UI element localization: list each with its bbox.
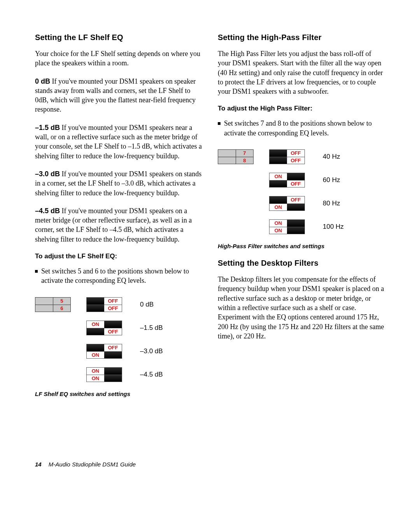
hpf-key-7: 7 (236, 150, 254, 157)
lf-value-3: –4.5 dB (140, 371, 163, 379)
lf-key-6: 6 (53, 305, 71, 312)
lf-sw-0-1: OFF (104, 305, 122, 312)
lf-value-2: –3.0 dB (140, 347, 163, 355)
lf-switch-2: OFF ON (86, 344, 122, 359)
lf-sw-0-0: OFF (104, 298, 122, 305)
lf-caption: LF Shelf EQ switches and settings (35, 391, 202, 397)
lf-item-0-lead: 0 dB (35, 77, 50, 85)
hpf-sw-0-0: OFF (287, 150, 304, 157)
lf-item-2-text: If you've mounted your DSM1 speakers on … (35, 170, 201, 197)
hpf-key-8: 8 (236, 157, 254, 164)
lf-sw-2-1: ON (87, 352, 104, 358)
heading-lf-shelf: Setting the LF Shelf EQ (35, 33, 202, 42)
lf-switch-1: ON OFF (86, 321, 122, 335)
hpf-switch-2: OFF ON (269, 196, 305, 211)
hpf-value-2: 80 Hz (323, 200, 340, 207)
heading-hpf: Setting the High-Pass Filter (218, 33, 385, 42)
lf-sw-1-0: ON (87, 321, 104, 328)
hpf-value-0: 40 Hz (323, 153, 340, 161)
hpf-sw-0-1: OFF (287, 157, 304, 164)
lf-item-0-text: If you've mounted your DSM1 speakers on … (35, 77, 196, 114)
lf-row-0: 5 6 OFF OFF 0 dB (35, 297, 202, 312)
lf-sw-1-1: OFF (104, 328, 122, 335)
hpf-subhead: To adjust the High Pass Filter: (218, 105, 385, 112)
hpf-intro: The High Pass Filter lets you adjust the… (218, 49, 385, 96)
hpf-sw-2-1: ON (270, 204, 287, 210)
hpf-value-1: 60 Hz (323, 176, 340, 184)
lf-value-0: 0 dB (140, 301, 154, 308)
lf-item-2: –3.0 dB If you've mounted your DSM1 spea… (35, 169, 202, 198)
lf-key-5: 5 (53, 298, 71, 305)
lf-sw-3-1: ON (87, 375, 104, 382)
lf-diagram: 5 6 OFF OFF 0 dB ON OFF –1. (35, 297, 202, 382)
lf-item-3: –4.5 dB If you've mounted your DSM1 spea… (35, 206, 202, 244)
lf-switch-key: 5 6 (35, 297, 71, 312)
lf-sw-2-0: OFF (104, 344, 122, 351)
right-column: Setting the High-Pass Filter The High Pa… (218, 33, 385, 407)
page-footer: 14 M-Audio Studiophile DSM1 Guide (35, 407, 385, 468)
lf-item-3-lead: –4.5 dB (35, 207, 60, 215)
lf-item-1-text: If you've mounted your DSM1 speakers nea… (35, 124, 202, 160)
lf-bullet-text: Set switches 5 and 6 to the positions sh… (41, 266, 202, 286)
hpf-sw-1-0: ON (270, 173, 287, 180)
bullet-square-icon (218, 122, 220, 125)
lf-sw-3-0: ON (87, 368, 104, 375)
lf-value-1: –1.5 dB (140, 324, 163, 332)
hpf-switch-0: OFF OFF (269, 149, 305, 164)
hpf-diagram: 7 8 OFF OFF 40 Hz ON OFF 60 Hz (218, 149, 385, 234)
hpf-row-1: ON OFF 60 Hz (218, 173, 385, 188)
footer-title: M-Audio Studiophile DSM1 Guide (49, 461, 136, 468)
lf-row-2: OFF ON –3.0 dB (35, 344, 202, 359)
lf-subhead: To adjust the LF Shelf EQ: (35, 252, 202, 260)
hpf-bullet-text: Set switches 7 and 8 to the positions sh… (224, 119, 385, 138)
hpf-row-0: 7 8 OFF OFF 40 Hz (218, 149, 385, 164)
hpf-row-3: ON ON 100 Hz (218, 219, 385, 234)
hpf-row-2: OFF ON 80 Hz (218, 196, 385, 211)
lf-item-0: 0 dB If you've mounted your DSM1 speaker… (35, 77, 202, 114)
lf-bullet: Set switches 5 and 6 to the positions sh… (35, 266, 202, 286)
lf-item-2-lead: –3.0 dB (35, 170, 60, 178)
hpf-switch-key: 7 8 (218, 149, 254, 164)
hpf-bullet: Set switches 7 and 8 to the positions sh… (218, 119, 385, 138)
hpf-switch-3: ON ON (269, 219, 305, 234)
lf-item-1-lead: –1.5 dB (35, 124, 60, 131)
hpf-sw-3-1: ON (270, 227, 287, 234)
left-column: Setting the LF Shelf EQ Your choice for … (35, 33, 202, 407)
heading-desktop-filters: Setting the Desktop Filters (218, 259, 385, 268)
hpf-sw-3-0: ON (270, 220, 287, 227)
lf-switch-3: ON ON (86, 367, 122, 382)
hpf-sw-2-0: OFF (287, 196, 304, 203)
hpf-switch-1: ON OFF (269, 173, 305, 188)
lf-switch-0: OFF OFF (86, 297, 122, 312)
hpf-value-3: 100 Hz (323, 223, 344, 231)
desktop-filters-body: The Desktop filters let you compensate f… (218, 275, 385, 341)
lf-row-1: ON OFF –1.5 dB (35, 321, 202, 335)
hpf-caption: High-Pass Filter switches and settings (218, 243, 385, 249)
hpf-sw-1-1: OFF (287, 181, 304, 187)
lf-intro: Your choice for the LF Shelf setting dep… (35, 49, 202, 68)
lf-item-1: –1.5 dB If you've mounted your DSM1 spea… (35, 123, 202, 161)
bullet-square-icon (35, 270, 38, 273)
page-number: 14 (35, 461, 42, 468)
lf-row-3: ON ON –4.5 dB (35, 367, 202, 382)
